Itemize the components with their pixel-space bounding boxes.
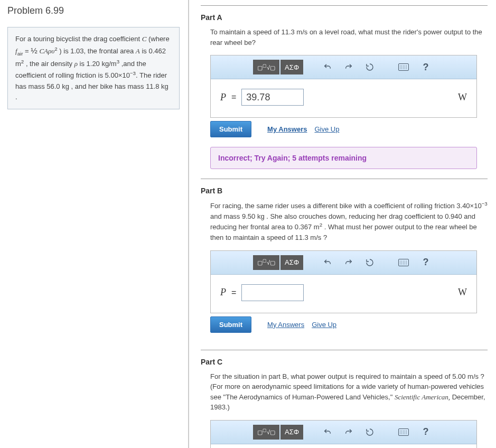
variable-symbol: P xyxy=(220,287,226,298)
redo-button[interactable] xyxy=(340,425,357,440)
action-row: Submit My Answers Give Up xyxy=(201,121,488,145)
submit-button[interactable]: Submit xyxy=(210,121,251,137)
give-up-link[interactable]: Give Up xyxy=(314,125,339,133)
submit-button[interactable]: Submit xyxy=(210,316,251,333)
part-title: Part A xyxy=(201,13,488,22)
help-button[interactable]: ? xyxy=(417,60,434,74)
answer-box: ▢▢√▢ ΑΣΦ xyxy=(210,55,477,118)
greek-symbols-button[interactable]: ΑΣΦ xyxy=(280,425,303,440)
equals-sign: = xyxy=(231,92,236,102)
problem-statement: For a touring bicyclist the drag coeffic… xyxy=(7,27,180,109)
variable-symbol: P xyxy=(220,92,226,103)
undo-button[interactable] xyxy=(319,255,336,270)
equation-toolbar: ▢▢√▢ ΑΣΦ xyxy=(211,55,476,79)
answer-box: ▢▢√▢ ΑΣΦ xyxy=(210,420,477,448)
keyboard-button[interactable] xyxy=(394,425,413,440)
unit-label: W xyxy=(458,92,467,103)
redo-button[interactable] xyxy=(340,60,357,74)
answer-box: ▢▢√▢ ΑΣΦ xyxy=(210,250,477,313)
templates-button[interactable]: ▢▢√▢ xyxy=(253,425,279,440)
answer-row: P = W xyxy=(211,79,476,117)
greek-symbols-button[interactable]: ΑΣΦ xyxy=(280,255,303,270)
part: Part C For the situation in part B, what… xyxy=(201,350,488,448)
templates-button[interactable]: ▢▢√▢ xyxy=(253,255,279,270)
equation-toolbar: ▢▢√▢ ΑΣΦ xyxy=(211,251,476,275)
unit-label: W xyxy=(458,287,467,298)
greek-symbols-button[interactable]: ΑΣΦ xyxy=(280,60,303,74)
action-row: Submit My Answers Give Up xyxy=(201,316,488,340)
redo-button[interactable] xyxy=(340,255,357,270)
reset-button[interactable] xyxy=(361,425,378,440)
undo-button[interactable] xyxy=(319,60,336,74)
feedback-message: Incorrect; Try Again; 5 attempts remaini… xyxy=(210,147,477,169)
part: Part B For racing, the same rider uses a… xyxy=(201,179,488,340)
keyboard-icon xyxy=(398,428,409,436)
reset-button[interactable] xyxy=(361,60,378,74)
answer-input[interactable] xyxy=(241,284,304,301)
equation-toolbar: ▢▢√▢ ΑΣΦ xyxy=(211,421,476,444)
keyboard-button[interactable] xyxy=(394,60,413,74)
equals-sign: = xyxy=(231,288,236,297)
part-prompt: To maintain a speed of 11.3 m/s on a lev… xyxy=(201,27,488,55)
part-prompt: For racing, the same rider uses a differ… xyxy=(201,200,488,250)
help-button[interactable]: ? xyxy=(417,255,434,270)
keyboard-icon xyxy=(398,63,409,71)
part: Part A To maintain a speed of 11.3 m/s o… xyxy=(201,5,488,169)
left-column: Problem 6.99 For a touring bicyclist the… xyxy=(0,0,189,448)
answer-input[interactable] xyxy=(241,89,304,106)
part-title: Part B xyxy=(201,186,488,195)
my-answers-link[interactable]: My Answers xyxy=(267,321,304,329)
undo-button[interactable] xyxy=(319,425,336,440)
templates-button[interactable]: ▢▢√▢ xyxy=(253,60,279,74)
answer-row: P = W xyxy=(211,444,476,448)
answer-row: P = W xyxy=(211,275,476,313)
part-title: Part C xyxy=(201,358,488,366)
my-answers-link[interactable]: My Answers xyxy=(267,125,307,133)
part-prompt: For the situation in part B, what power … xyxy=(201,371,488,420)
problem-title: Problem 6.99 xyxy=(7,5,180,16)
give-up-link[interactable]: Give Up xyxy=(312,321,336,329)
right-column: Part A To maintain a speed of 11.3 m/s o… xyxy=(189,0,496,448)
keyboard-button[interactable] xyxy=(394,255,413,270)
help-button[interactable]: ? xyxy=(417,425,434,440)
reset-button[interactable] xyxy=(361,255,378,270)
keyboard-icon xyxy=(398,259,409,266)
